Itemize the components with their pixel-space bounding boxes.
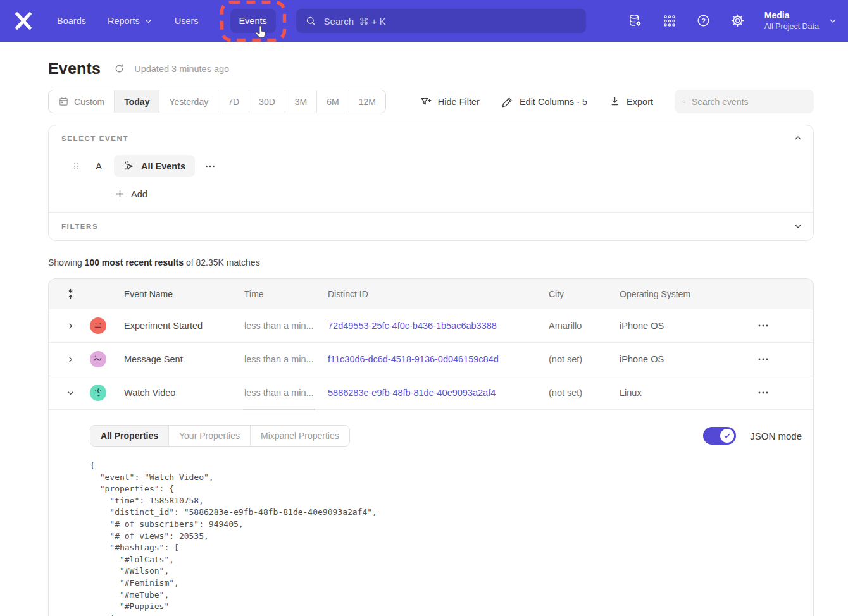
event-row: A All Events [61, 155, 801, 177]
tab-mixpanel-properties[interactable]: Mixpanel Properties [250, 426, 349, 446]
city-cell: Amarillo [549, 321, 620, 331]
date-range-custom[interactable]: Custom [49, 90, 114, 113]
city-cell: (not set) [549, 354, 620, 364]
search-events-input[interactable] [692, 97, 806, 107]
column-header-city[interactable]: City [549, 289, 620, 299]
city-cell: (not set) [549, 388, 620, 398]
global-search[interactable] [296, 9, 586, 33]
check-icon [723, 431, 732, 440]
project-scope: All Project Data [764, 22, 819, 32]
download-icon [609, 95, 621, 108]
global-search-input[interactable] [324, 16, 577, 27]
navbar-right: ? Media All Project Data [628, 9, 838, 32]
column-header-time[interactable]: Time [244, 289, 328, 299]
table-tools: Hide Filter Edit Columns · 5 Export [420, 90, 814, 113]
calendar-icon [58, 96, 69, 107]
chevron-down-icon [144, 16, 153, 26]
refresh-icon[interactable] [113, 63, 125, 75]
json-mode-toggle[interactable] [703, 427, 736, 445]
expand-row-icon[interactable] [49, 321, 84, 331]
event-json-viewer: { "event": "Watch Video", "properties": … [90, 460, 802, 616]
help-icon[interactable]: ? [696, 13, 711, 28]
date-range-3m[interactable]: 3M [285, 90, 316, 113]
add-event-button[interactable]: Add [115, 188, 801, 199]
event-row-more-icon[interactable] [204, 160, 216, 173]
date-range-today[interactable]: Today [114, 90, 159, 113]
date-range-7d[interactable]: 7D [218, 90, 249, 113]
collapse-section-icon[interactable] [793, 133, 803, 143]
time-cell: less than a min... [244, 388, 328, 398]
json-mode-label: JSON mode [750, 431, 802, 441]
results-summary: Showing 100 most recent results of 82.35… [48, 257, 814, 268]
row-more-icon[interactable] [755, 319, 813, 333]
detail-toolbar: All Properties Your Properties Mixpanel … [90, 425, 802, 447]
filters-label: FILTERS [61, 223, 801, 230]
hide-filter-button[interactable]: Hide Filter [420, 95, 480, 108]
data-management-icon[interactable] [628, 13, 643, 28]
plus-icon [115, 188, 125, 199]
export-button[interactable]: Export [609, 95, 653, 108]
row-more-icon[interactable] [755, 352, 813, 366]
expand-row-icon[interactable] [49, 355, 84, 364]
collapse-row-icon[interactable] [49, 388, 84, 398]
event-row-letter: A [94, 161, 103, 171]
table-row[interactable]: Message Sent less than a min... f11c30d6… [49, 343, 813, 376]
apps-grid-icon[interactable] [662, 13, 677, 28]
nav-item-events-wrapper: Events [230, 9, 276, 33]
event-avatar [90, 317, 106, 334]
collapse-all-rows-icon[interactable] [49, 288, 84, 300]
select-event-section: SELECT EVENT A [49, 125, 813, 212]
event-name-cell: Watch Video [112, 388, 244, 398]
mixpanel-logo-icon[interactable] [13, 10, 34, 32]
event-selector-button[interactable]: All Events [114, 155, 195, 177]
json-mode-control: JSON mode [703, 427, 802, 445]
distinct-id-link[interactable]: f11c30d6-dc6d-4518-9136-0d046159c84d [328, 354, 549, 364]
scrollbar-thumb[interactable] [243, 409, 315, 410]
event-detail-panel: All Properties Your Properties Mixpanel … [49, 410, 813, 616]
tab-your-properties[interactable]: Your Properties [168, 426, 250, 446]
time-cell: less than a min... [244, 321, 328, 331]
sparkle-cursor-icon [123, 160, 135, 172]
select-event-label: SELECT EVENT [61, 135, 801, 142]
table-row[interactable]: Experiment Started less than a min... 72… [49, 309, 813, 343]
table-header-row: Event Name Time Distinct ID City Operati… [49, 279, 813, 309]
chevron-down-icon [828, 16, 838, 26]
search-events-field[interactable] [675, 90, 814, 113]
column-header-distinct-id[interactable]: Distinct ID [328, 289, 549, 299]
nav-item-reports[interactable]: Reports [108, 16, 153, 26]
page-title: Events [48, 59, 101, 78]
nav-item-users[interactable]: Users [175, 16, 199, 26]
pencil-icon [501, 95, 514, 108]
project-switcher[interactable]: Media All Project Data [764, 9, 838, 32]
date-range-yesterday[interactable]: Yesterday [159, 90, 218, 113]
events-table: Event Name Time Distinct ID City Operati… [48, 278, 814, 616]
event-name-cell: Message Sent [112, 354, 244, 364]
row-more-icon[interactable] [755, 386, 813, 400]
svg-text:?: ? [701, 17, 706, 25]
project-name: Media [764, 9, 819, 22]
date-range-12m[interactable]: 12M [349, 90, 385, 113]
project-meta: Media All Project Data [764, 9, 819, 32]
nav-item-events[interactable]: Events [230, 9, 276, 33]
mixpanel-events-page: Boards Reports Users Events [0, 0, 848, 616]
event-avatar [90, 351, 106, 367]
edit-columns-button[interactable]: Edit Columns · 5 [501, 95, 587, 108]
filter-funnel-icon [420, 95, 432, 108]
tab-all-properties[interactable]: All Properties [90, 426, 168, 446]
time-cell: less than a min... [244, 354, 328, 364]
settings-gear-icon[interactable] [730, 13, 745, 28]
expand-section-icon[interactable] [793, 221, 803, 231]
distinct-id-link[interactable]: 72d49553-25fc-4f0c-b436-1b5ac6ab3388 [328, 321, 549, 331]
date-range-30d[interactable]: 30D [249, 90, 285, 113]
distinct-id-link[interactable]: 5886283e-e9fb-48fb-81de-40e9093a2af4 [328, 388, 549, 398]
os-cell: iPhone OS [620, 354, 755, 364]
nav-item-boards[interactable]: Boards [57, 16, 86, 26]
column-header-os[interactable]: Operating System [620, 289, 755, 299]
table-row-expanded[interactable]: Watch Video less than a min... 5886283e-… [49, 376, 813, 410]
date-range-6m[interactable]: 6M [316, 90, 348, 113]
drag-handle-icon[interactable] [70, 161, 82, 171]
search-icon [305, 15, 317, 27]
primary-nav: Boards Reports Users Events [57, 9, 276, 33]
column-header-event-name[interactable]: Event Name [112, 289, 244, 299]
filters-section: FILTERS [49, 213, 813, 240]
